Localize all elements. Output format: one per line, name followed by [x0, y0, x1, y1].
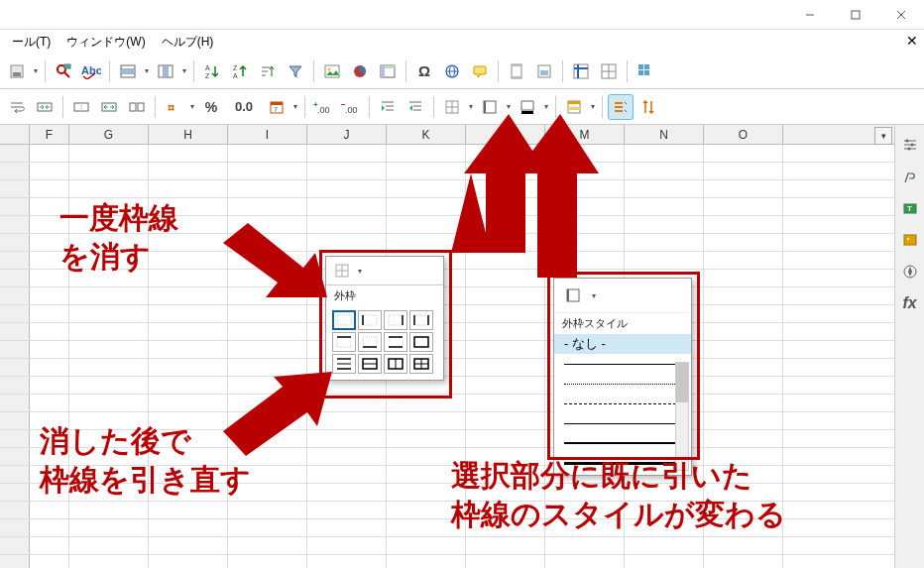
- cell[interactable]: [704, 412, 783, 429]
- find-replace-icon[interactable]: [51, 58, 76, 84]
- cell[interactable]: [625, 537, 704, 554]
- cell[interactable]: [704, 395, 783, 411]
- menu-window[interactable]: ウィンドウ(W): [58, 32, 153, 53]
- cell[interactable]: [466, 359, 545, 376]
- cell[interactable]: [704, 323, 783, 340]
- cell[interactable]: [228, 555, 307, 568]
- cell[interactable]: [545, 180, 625, 197]
- cell[interactable]: [625, 163, 704, 179]
- cell[interactable]: [30, 180, 69, 197]
- row-header[interactable]: [0, 555, 30, 568]
- cell[interactable]: [228, 466, 307, 483]
- conditional-format-icon[interactable]: [608, 94, 634, 120]
- navigator-icon[interactable]: [898, 260, 922, 284]
- cell[interactable]: [307, 466, 387, 483]
- cell[interactable]: [228, 502, 307, 518]
- cell[interactable]: [704, 448, 783, 465]
- cell[interactable]: [149, 448, 228, 465]
- cell[interactable]: [228, 430, 307, 447]
- cell[interactable]: [30, 323, 69, 340]
- cell[interactable]: [228, 537, 307, 554]
- close-button[interactable]: [878, 0, 924, 30]
- cell[interactable]: [30, 484, 69, 501]
- cell[interactable]: [704, 430, 783, 447]
- column-header[interactable]: I: [228, 125, 307, 144]
- row-header[interactable]: [0, 252, 30, 269]
- cell[interactable]: [704, 341, 783, 358]
- cell[interactable]: [704, 180, 783, 197]
- cell[interactable]: [149, 287, 228, 304]
- cell[interactable]: [307, 502, 387, 518]
- cell[interactable]: [30, 377, 69, 394]
- row-header[interactable]: [0, 412, 30, 429]
- menu-help[interactable]: ヘルプ(H): [154, 32, 222, 53]
- cell[interactable]: [704, 305, 783, 322]
- cell[interactable]: [69, 502, 149, 518]
- cell[interactable]: [466, 412, 545, 429]
- cell[interactable]: [625, 502, 704, 518]
- cell[interactable]: [466, 234, 545, 251]
- define-range-icon[interactable]: [531, 58, 557, 84]
- insert-image-icon[interactable]: [319, 58, 345, 84]
- cell[interactable]: [30, 519, 69, 536]
- cell[interactable]: [545, 145, 625, 162]
- cell[interactable]: [466, 484, 545, 501]
- cell[interactable]: [466, 466, 545, 483]
- cell[interactable]: [228, 145, 307, 162]
- column-header[interactable]: K: [387, 125, 466, 144]
- decrease-indent-icon[interactable]: [403, 94, 428, 120]
- cell[interactable]: [69, 270, 149, 286]
- cell[interactable]: [30, 395, 69, 411]
- cell[interactable]: [69, 341, 149, 358]
- cell[interactable]: [307, 412, 387, 429]
- cell[interactable]: [387, 163, 466, 179]
- cell[interactable]: [387, 484, 466, 501]
- cell[interactable]: [30, 305, 69, 322]
- cell[interactable]: [69, 537, 149, 554]
- cell[interactable]: [307, 519, 387, 536]
- cell[interactable]: [30, 163, 69, 179]
- cell[interactable]: [545, 555, 625, 568]
- row-ops-icon[interactable]: [115, 58, 141, 84]
- cell[interactable]: [307, 448, 387, 465]
- cell[interactable]: [704, 519, 783, 536]
- cell[interactable]: [228, 234, 307, 251]
- cell[interactable]: [69, 216, 149, 233]
- cell[interactable]: [228, 341, 307, 358]
- cell[interactable]: [387, 412, 466, 429]
- borders-icon[interactable]: [439, 94, 465, 120]
- row-header[interactable]: [0, 359, 30, 376]
- cell[interactable]: [466, 216, 545, 233]
- theme-icon[interactable]: [635, 94, 661, 120]
- cell[interactable]: [307, 145, 387, 162]
- cell[interactable]: [149, 341, 228, 358]
- cell[interactable]: [307, 537, 387, 554]
- cell[interactable]: [704, 270, 783, 286]
- cell[interactable]: [69, 305, 149, 322]
- border-color-icon[interactable]: [515, 94, 540, 120]
- gallery-icon[interactable]: [898, 228, 922, 252]
- cell[interactable]: [545, 198, 625, 215]
- cell[interactable]: [704, 502, 783, 518]
- column-header[interactable]: F: [30, 125, 69, 144]
- cell[interactable]: [387, 430, 466, 447]
- cell[interactable]: [625, 252, 704, 269]
- row-header-corner[interactable]: [0, 125, 30, 144]
- cell[interactable]: [69, 519, 149, 536]
- cell[interactable]: [69, 466, 149, 483]
- cell[interactable]: [69, 395, 149, 411]
- cell[interactable]: [149, 519, 228, 536]
- cell[interactable]: [149, 270, 228, 286]
- column-header[interactable]: H: [149, 125, 228, 144]
- cell[interactable]: [30, 430, 69, 447]
- cell[interactable]: [545, 234, 625, 251]
- cell[interactable]: [149, 412, 228, 429]
- cell[interactable]: [30, 502, 69, 518]
- autoformat-icon[interactable]: [561, 94, 587, 120]
- row-header[interactable]: [0, 198, 30, 215]
- cell[interactable]: [69, 180, 149, 197]
- cell[interactable]: [387, 502, 466, 518]
- currency-icon[interactable]: ¤: [161, 94, 186, 120]
- cell[interactable]: [149, 466, 228, 483]
- row-header[interactable]: [0, 234, 30, 251]
